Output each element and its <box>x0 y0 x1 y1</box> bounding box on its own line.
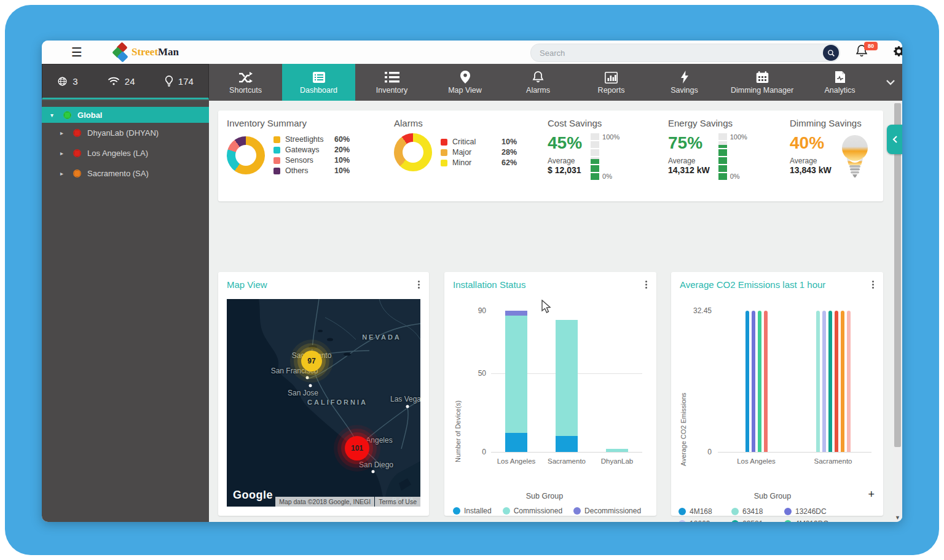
map-card-menu-button[interactable] <box>415 279 422 290</box>
tab-inventory[interactable]: Inventory <box>355 64 428 101</box>
map-city-dot <box>406 405 409 408</box>
co2-title: Average CO2 Emissions last 1 hour <box>671 272 883 290</box>
y-tick: 90 <box>465 306 486 315</box>
tabs-overflow-caret[interactable] <box>879 64 902 101</box>
app-window: ☰ StreetMan 80 <box>42 41 902 522</box>
gear-icon <box>892 45 902 58</box>
co2-legend-expand-button[interactable]: + <box>868 488 875 501</box>
energy-savings-percent: 75% <box>668 133 710 153</box>
logo-text-street: Street <box>132 46 158 58</box>
co2-bar[interactable] <box>745 311 749 452</box>
legend-item: 13246DC <box>784 505 852 518</box>
installation-y-axis-label: Number of Device(s) <box>454 400 462 462</box>
settings-button[interactable] <box>892 45 902 60</box>
chevron-left-icon <box>892 136 897 143</box>
map-cluster-marker[interactable]: 97 <box>301 351 322 371</box>
tab-shortcuts[interactable]: Shortcuts <box>209 64 282 101</box>
tree-root-label: Global <box>77 111 102 120</box>
tab-label: Reports <box>598 86 625 95</box>
map-cluster-marker[interactable]: 101 <box>345 436 369 461</box>
inventory-legend: Streetlights60%Gateways20%Sensors10%Othe… <box>273 133 350 177</box>
map-terms-link[interactable]: Terms of Use <box>375 497 420 507</box>
bell-icon <box>532 70 544 84</box>
map-city-dot <box>306 376 309 379</box>
dimming-savings-title: Dimming Savings <box>790 118 882 128</box>
legend-item: Commissioned <box>503 507 562 515</box>
installation-chart-plot <box>491 311 642 453</box>
co2-bar[interactable] <box>828 311 832 452</box>
stacked-bar-sacramento[interactable] <box>556 320 578 452</box>
co2-card-menu-button[interactable] <box>870 279 876 290</box>
google-logo[interactable]: Google <box>233 489 273 502</box>
x-category-label: Sacramento <box>548 457 586 465</box>
installation-legend: InstalledCommissionedDecommissioned <box>453 507 641 515</box>
search-bar <box>530 44 840 62</box>
globe-icon <box>57 76 68 87</box>
dimming-savings-average-label: Average <box>790 157 832 165</box>
group-tree-sidebar: ▾ Global ▸DhyanLab (DHYAN)▸Los Angeles (… <box>42 101 209 522</box>
tab-map-view[interactable]: Map View <box>428 64 502 101</box>
chart-icon <box>605 70 618 84</box>
co2-bar[interactable] <box>764 311 768 452</box>
x-category-label: Sacramento <box>814 457 852 465</box>
cost-savings-average-value: $ 12,031 <box>548 165 582 175</box>
tab-dimming-manager[interactable]: Dimming Manager <box>721 64 803 101</box>
tab-reports[interactable]: Reports <box>575 64 648 101</box>
bolt-icon <box>680 70 689 84</box>
installation-status-card: Installation Status Number of Device(s) … <box>444 272 656 516</box>
tree-item-sacramento[interactable]: ▸Sacramento (SA) <box>42 163 209 184</box>
co2-bar[interactable] <box>758 311 761 452</box>
stat-groups-value: 3 <box>73 76 77 87</box>
cost-savings-percent: 45% <box>548 133 582 153</box>
map-city-dot <box>309 384 312 387</box>
inventory-summary-section: Inventory Summary Streetlights60%Gateway… <box>227 118 350 177</box>
map-attribution: Map data ©2018 Google, INEGI <box>275 497 374 507</box>
tab-alarms[interactable]: Alarms <box>502 64 575 101</box>
notifications-button[interactable]: 80 <box>856 44 874 61</box>
google-map[interactable]: NEVADACALIFORNIABAJASacramentoSan Franci… <box>227 299 420 507</box>
dimming-savings-percent: 40% <box>790 133 832 153</box>
pin-icon <box>460 70 470 84</box>
tree-item-global[interactable]: ▾ Global <box>42 107 209 123</box>
tree-item-los[interactable]: ▸Los Angeles (LA) <box>42 143 209 163</box>
hamburger-menu-icon[interactable]: ☰ <box>71 46 82 58</box>
co2-bar[interactable] <box>752 311 755 452</box>
co2-bar[interactable] <box>822 311 826 452</box>
inventory-summary-title: Inventory Summary <box>227 118 350 128</box>
map-city-label: San Diego <box>359 461 393 469</box>
tab-label: Dimming Manager <box>731 86 793 95</box>
scrollbar-thumb[interactable] <box>894 103 901 447</box>
panel-collapse-tab[interactable] <box>887 125 902 154</box>
y-tick: 32.45 <box>691 306 712 315</box>
top-header: ☰ StreetMan 80 <box>42 41 902 64</box>
co2-bar[interactable] <box>847 311 851 452</box>
installation-card-menu-button[interactable] <box>643 279 649 290</box>
energy-savings-title: Energy Savings <box>668 118 773 128</box>
stacked-bar-los-angeles[interactable] <box>505 311 527 452</box>
tree-items: ▸DhyanLab (DHYAN)▸Los Angeles (LA)▸Sacra… <box>42 123 209 184</box>
tree-item-dhyanlab[interactable]: ▸DhyanLab (DHYAN) <box>42 123 209 143</box>
inventory-donut-chart <box>227 136 265 174</box>
vertical-scrollbar[interactable]: ▼ <box>893 101 902 522</box>
co2-bar[interactable] <box>816 311 820 452</box>
tree-item-label: DhyanLab (DHYAN) <box>87 128 159 138</box>
tab-dashboard[interactable]: Dashboard <box>282 64 355 101</box>
stacked-bar-dhyanlab[interactable] <box>606 449 628 452</box>
legend-item: Streetlights60% <box>273 135 350 144</box>
tab-label: Dashboard <box>300 86 337 95</box>
tab-label: Map View <box>448 86 482 95</box>
map-city-label: San Jose <box>288 389 318 397</box>
energy-savings-section: Energy Savings 75% Average 14,312 kW 100… <box>668 118 773 180</box>
tab-analytics[interactable]: Analytics <box>803 64 876 101</box>
y-tick: 50 <box>465 369 486 378</box>
search-input[interactable] <box>531 48 823 58</box>
tab-savings[interactable]: Savings <box>648 64 721 101</box>
cost-savings-section: Cost Savings 45% Average $ 12,031 100% 0… <box>548 118 652 180</box>
co2-bar[interactable] <box>841 311 844 452</box>
co2-bar[interactable] <box>835 311 838 452</box>
legend-item: Gateways20% <box>273 146 350 154</box>
search-button[interactable] <box>823 45 839 61</box>
stat-gateways: 24 <box>108 76 135 87</box>
chevron-down-icon: ▾ <box>50 112 53 119</box>
legend-item: 63521 <box>731 518 784 522</box>
